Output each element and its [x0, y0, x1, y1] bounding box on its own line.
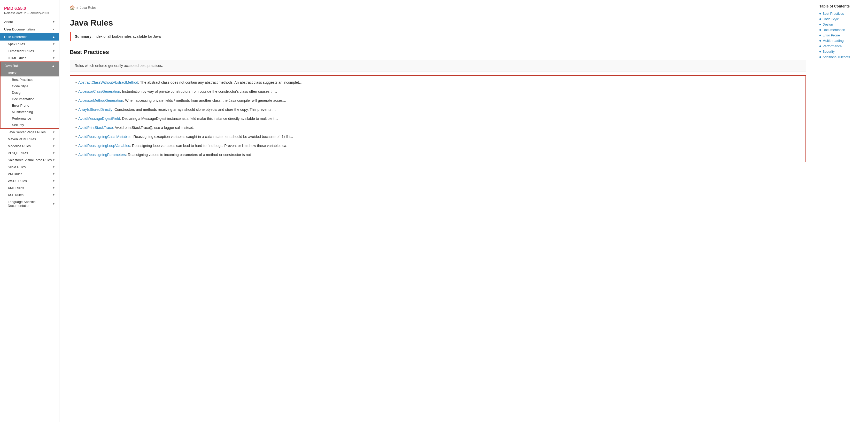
sidebar-item-vm[interactable]: VM Rules ▼: [0, 170, 59, 177]
toc-item-label: Code Style: [823, 17, 839, 21]
sidebar-item-xml[interactable]: XML Rules ▼: [0, 185, 59, 191]
toc-item[interactable]: Additional rulesets: [819, 54, 860, 60]
toc-item[interactable]: Design: [819, 22, 860, 27]
rule-item: •AvoidReassigningParameters: Reassigning…: [75, 152, 800, 158]
toc-bullet: [819, 56, 821, 58]
sidebar-item-performance[interactable]: Performance: [1, 115, 59, 122]
rule-desc: : Reassigning loop variables can lead to…: [130, 143, 290, 148]
page-layout: PMD 6.55.0 Release date: 25-February-202…: [0, 0, 868, 422]
sidebar-item-index[interactable]: Index: [1, 69, 59, 76]
sidebar-item-jsp[interactable]: Java Server Pages Rules ▼: [0, 129, 59, 136]
sidebar-item-maven[interactable]: Maven POM Rules ▼: [0, 136, 59, 142]
toc-item[interactable]: Error Prone: [819, 33, 860, 38]
lang-specific-arrow: ▼: [53, 202, 55, 205]
rule-link[interactable]: AvoidReassigningCatchVariables: [78, 135, 131, 139]
rule-desc: : The abstract class does not contain an…: [138, 80, 303, 85]
sidebar-item-code-style[interactable]: Code Style: [1, 83, 59, 89]
rule-item: •AccessorClassGeneration: Instantiation …: [75, 89, 800, 94]
xml-arrow: ▼: [53, 187, 55, 189]
main-content: 🏠 » Java Rules Java Rules Summary: Index…: [59, 0, 816, 422]
toc-bullet: [819, 24, 821, 25]
modelica-arrow: ▼: [53, 144, 55, 148]
home-icon[interactable]: 🏠: [70, 5, 75, 10]
rule-desc: : Declaring a MessageDigest instance as …: [120, 117, 278, 121]
sidebar-item-error-prone[interactable]: Error Prone: [1, 102, 59, 109]
index-label: Index: [8, 71, 17, 75]
rule-item: •AvoidMessageDigestField: Declaring a Me…: [75, 116, 800, 121]
rule-desc: : Constructors and methods receiving arr…: [113, 107, 276, 111]
sidebar-item-ecmascript[interactable]: Ecmascript Rules ▼: [0, 47, 59, 55]
rule-link[interactable]: AvoidPrintStackTrace: [78, 126, 113, 130]
toc-item[interactable]: Documentation: [819, 27, 860, 33]
rule-link[interactable]: AvoidMessageDigestField: [78, 117, 120, 121]
toc-item-label: Multithreading: [823, 39, 844, 43]
bullet-icon: •: [75, 117, 77, 121]
rule-link[interactable]: AvoidReassigningLoopVariables: [78, 143, 130, 148]
rule-link[interactable]: AccessorClassGeneration: [78, 89, 120, 94]
java-rules-group: Java Rules ▲ Index Best Practices Code S…: [0, 62, 59, 129]
toc-item[interactable]: Best Practices: [819, 11, 860, 16]
sidebar-item-design[interactable]: Design: [1, 89, 59, 96]
sidebar-item-salesforce[interactable]: Salesforce VisualForce Rules ▼: [0, 157, 59, 163]
wsdl-arrow: ▼: [53, 180, 55, 182]
java-arrow: ▲: [52, 64, 55, 67]
rule-link[interactable]: ArrayIsStoredDirectly: [78, 107, 113, 111]
sidebar-item-plsql[interactable]: PLSQL Rules ▼: [0, 150, 59, 157]
salesforce-arrow: ▼: [53, 159, 55, 161]
summary-box: Summary: Index of all built-in rules ava…: [70, 32, 806, 41]
modelica-label: Modelica Rules: [8, 144, 31, 148]
toc-bullet: [819, 45, 821, 47]
rule-link[interactable]: AbstractClassWithoutAbstractMethod: [78, 80, 138, 85]
multithreading-label: Multithreading: [12, 110, 33, 114]
jsp-label: Java Server Pages Rules: [8, 130, 46, 134]
sidebar-item-rule-ref[interactable]: Rule Reference ▲: [0, 33, 59, 40]
rule-item: •AvoidReassigningCatchVariables: Reassig…: [75, 134, 800, 139]
java-label: Java Rules: [5, 64, 21, 68]
rule-item: •AccessorMethodGeneration: When accessin…: [75, 98, 800, 103]
breadcrumb: 🏠 » Java Rules: [70, 5, 806, 13]
sidebar-item-modelica[interactable]: Modelica Rules ▼: [0, 142, 59, 150]
sidebar-item-html[interactable]: HTML Rules ▼: [0, 55, 59, 62]
sidebar-item-apex[interactable]: Apex Rules ▼: [0, 40, 59, 47]
bullet-icon: •: [75, 107, 77, 111]
rule-link[interactable]: AvoidReassigningParameters: [78, 153, 126, 157]
bullet-icon: •: [75, 80, 77, 85]
error-prone-label: Error Prone: [12, 103, 29, 107]
sidebar-item-wsdl[interactable]: WSDL Rules ▼: [0, 177, 59, 185]
xml-label: XML Rules: [8, 186, 24, 190]
apex-arrow: ▼: [53, 43, 55, 45]
about-arrow: ▼: [53, 21, 55, 23]
ecmascript-label: Ecmascript Rules: [8, 49, 34, 53]
toc-item[interactable]: Security: [819, 49, 860, 54]
bullet-icon: •: [75, 153, 77, 157]
sidebar-item-java[interactable]: Java Rules ▲: [1, 62, 59, 69]
sidebar-item-multithreading[interactable]: Multithreading: [1, 109, 59, 115]
bullet-icon: •: [75, 135, 77, 139]
bullet-icon: •: [75, 89, 77, 94]
toc-item[interactable]: Code Style: [819, 16, 860, 22]
html-arrow: ▼: [53, 57, 55, 59]
sidebar-item-best-practices[interactable]: Best Practices: [1, 76, 59, 83]
toc-item[interactable]: Multithreading: [819, 38, 860, 43]
salesforce-label: Salesforce VisualForce Rules: [8, 158, 52, 162]
scala-arrow: ▼: [53, 166, 55, 168]
sidebar-item-about[interactable]: About ▼: [0, 18, 59, 26]
sidebar-item-xsl[interactable]: XSL Rules ▼: [0, 191, 59, 198]
documentation-label: Documentation: [12, 97, 34, 101]
toc-item-label: Error Prone: [823, 33, 840, 37]
sidebar-item-scala[interactable]: Scala Rules ▼: [0, 163, 59, 170]
toc-bullet: [819, 18, 821, 20]
toc-panel: Table of Contents Best PracticesCode Sty…: [816, 0, 863, 422]
toc-item[interactable]: Performance: [819, 43, 860, 49]
sidebar-item-documentation[interactable]: Documentation: [1, 96, 59, 102]
toc-item-label: Design: [823, 23, 833, 26]
sidebar-item-security[interactable]: Security: [1, 122, 59, 128]
plsql-label: PLSQL Rules: [8, 151, 28, 155]
scala-label: Scala Rules: [8, 165, 26, 169]
summary-body: Index of all built-in rules available fo…: [94, 34, 161, 38]
sidebar-item-user-docs[interactable]: User Documentation ▼: [0, 26, 59, 33]
rule-link[interactable]: AccessorMethodGeneration: [78, 98, 123, 102]
sidebar-item-lang-specific[interactable]: Language Specific Documentation ▼: [0, 198, 59, 209]
summary-label: Summary:: [75, 34, 92, 38]
brand-date: Release date: 25-February-2023: [4, 11, 55, 15]
